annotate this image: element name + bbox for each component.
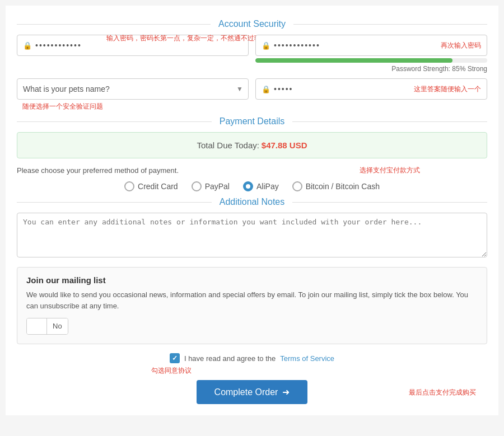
payment-option-bitcoin[interactable]: Bitcoin / Bitcoin Cash [292, 181, 380, 191]
payment-line-right [292, 121, 487, 122]
notes-line-right [292, 202, 487, 203]
toggle-empty[interactable] [27, 318, 47, 334]
complete-order-button[interactable]: Complete Order ➜ [197, 380, 308, 404]
account-security-title: Account Security [211, 19, 293, 29]
bitcoin-label: Bitcoin / Bitcoin Cash [306, 182, 380, 191]
total-amount: $47.88 USD [262, 140, 307, 150]
payment-option-paypal[interactable]: PayPal [192, 181, 230, 191]
submit-annotation: 最后点击支付完成购买 [409, 387, 476, 397]
additional-notes-title: Additional Notes [212, 197, 293, 207]
alipay-annotation: 选择支付宝付款方式 [360, 166, 420, 175]
payment-option-credit-card[interactable]: Credit Card [124, 181, 178, 191]
additional-notes-header: Additional Notes [17, 197, 487, 207]
page-container: Account Security 🔒 输入密码，密码长第一点，复杂一定，不然通不… [6, 6, 498, 415]
confirm-password-input-wrapper: 🔒 再次输入密码 [255, 35, 487, 56]
header-line-right [293, 24, 487, 25]
alipay-label: AliPay [256, 182, 279, 191]
agreement-row: I have read and agree to the Terms of Se… [17, 353, 487, 363]
mailing-list-description: We would like to send you occasional new… [26, 289, 478, 311]
lock-icon: 🔒 [23, 41, 32, 50]
confirm-password-annotation: 再次输入密码 [441, 41, 481, 50]
payment-details-header: Payment Details [17, 116, 487, 126]
strength-text: Password Strength: 85% Strong [255, 65, 487, 73]
security-answer-group: 🔒 这里答案随便输入一个 [255, 78, 487, 100]
password-strength-fill [255, 58, 452, 63]
radio-bitcoin[interactable] [292, 181, 302, 191]
payment-details-title: Payment Details [212, 116, 293, 126]
security-answer-input-wrapper: 🔒 这里答案随便输入一个 [255, 78, 487, 100]
toggle-no-label[interactable]: No [47, 318, 68, 334]
confirm-password-group: 🔒 再次输入密码 Password Strength: 85% Strong [255, 35, 487, 73]
header-line-left [17, 24, 211, 25]
security-question-select[interactable]: What is your pets name? What is your mot… [17, 78, 249, 100]
lock-icon-3: 🔒 [262, 85, 270, 93]
mailing-list-title: Join our mailing list [26, 275, 478, 285]
agreement-annotation: 勾选同意协议 [151, 366, 192, 376]
mailing-list-box: Join our mailing list We would like to s… [17, 267, 487, 344]
password-annotation: 输入密码，密码长第一点，复杂一定，不然通不过验证 [106, 34, 268, 43]
submit-row: Complete Order ➜ 最后点击支付完成购买 [17, 380, 487, 404]
total-due-box: Total Due Today: $47.88 USD [17, 132, 487, 158]
payment-options: Credit Card PayPal AliPay Bitcoin / Bitc… [17, 181, 487, 191]
mailing-list-toggle[interactable]: No [26, 318, 68, 335]
radio-credit-card[interactable] [124, 181, 134, 191]
password-group: 🔒 输入密码，密码长第一点，复杂一定，不然通不过验证 [17, 35, 249, 73]
security-answer-input[interactable] [274, 85, 409, 93]
payment-option-alipay[interactable]: AliPay [243, 181, 279, 191]
agreement-text-before: I have read and agree to the [184, 354, 276, 363]
arrow-circle-right-icon: ➜ [282, 387, 290, 397]
tos-checkbox[interactable] [170, 353, 180, 363]
security-question-select-wrapper: What is your pets name? What is your mot… [17, 78, 249, 100]
total-label: Total Due Today: [197, 140, 259, 150]
radio-paypal[interactable] [192, 181, 202, 191]
paypal-label: PayPal [205, 182, 230, 191]
credit-card-label: Credit Card [138, 182, 178, 191]
notes-line-left [17, 202, 212, 203]
security-question-row: What is your pets name? What is your mot… [17, 78, 487, 100]
complete-order-label: Complete Order [214, 387, 278, 397]
payment-line-left [17, 121, 212, 122]
security-answer-annotation: 这里答案随便输入一个 [414, 85, 481, 94]
radio-alipay[interactable] [243, 181, 253, 191]
lock-icon-2: 🔒 [262, 41, 270, 50]
confirm-password-input[interactable] [274, 41, 436, 50]
password-strength-bar [255, 58, 487, 63]
account-security-header: Account Security [17, 19, 487, 29]
question-annotation: 随便选择一个安全验证问题 [22, 102, 103, 111]
password-row: 🔒 输入密码，密码长第一点，复杂一定，不然通不过验证 🔒 再次输入密码 Pass… [17, 35, 487, 73]
tos-link[interactable]: Terms of Service [280, 354, 334, 363]
additional-notes-textarea[interactable] [17, 213, 487, 257]
